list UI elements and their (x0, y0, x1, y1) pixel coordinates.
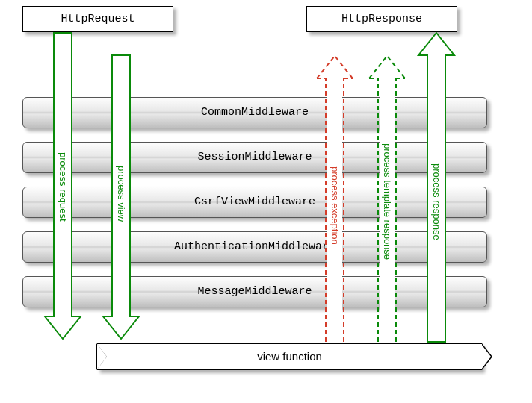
process-response-label: process response (431, 127, 442, 276)
http-request-box: HttpRequest (22, 6, 173, 32)
svg-marker-17 (418, 33, 454, 55)
http-response-box: HttpResponse (306, 6, 457, 32)
process-request-label: process request (58, 112, 69, 261)
process-view-label: process view (116, 127, 127, 261)
middleware-bar: SessionMiddleware (22, 142, 487, 173)
middleware-diagram: HttpRequest HttpResponse CommonMiddlewar… (0, 0, 532, 403)
svg-rect-5 (113, 313, 129, 319)
svg-rect-2 (55, 313, 71, 319)
middleware-bar: AuthenticationMiddleware (22, 231, 487, 263)
svg-marker-4 (103, 316, 139, 339)
process-exception-label: process exception (330, 127, 341, 284)
svg-rect-18 (428, 52, 445, 58)
view-function-box: view function (97, 343, 482, 370)
svg-marker-1 (45, 316, 81, 339)
middleware-bar: CommonMiddleware (22, 97, 487, 128)
middleware-bar: CsrfViewMiddleware (22, 187, 487, 218)
view-function-label: view function (257, 350, 322, 363)
process-template-response-label: process template response (382, 97, 393, 306)
middleware-bar: MessageMiddleware (22, 276, 487, 307)
